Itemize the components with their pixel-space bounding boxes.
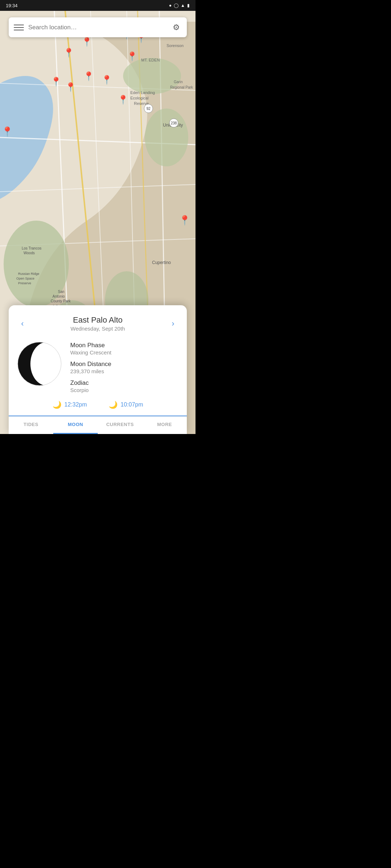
map-pin-7[interactable]: 📍: [118, 95, 129, 105]
svg-text:Preserve: Preserve: [18, 281, 31, 285]
tab-currents[interactable]: CURRENTS: [98, 417, 142, 434]
map-pin-right[interactable]: 📍: [179, 215, 190, 226]
moonrise-icon: 🌙: [52, 400, 62, 409]
svg-text:County Park: County Park: [51, 299, 71, 303]
svg-text:Ecological: Ecological: [130, 96, 148, 100]
moonset-time: 🌙 10:07pm: [109, 400, 143, 409]
moon-visual: [16, 340, 63, 387]
sheet-header: ‹ East Palo Alto Wednesday, Sept 20th ›: [9, 305, 187, 335]
dnd-icon: ◯: [174, 3, 178, 8]
bottom-sheet: ‹ East Palo Alto Wednesday, Sept 20th › …: [9, 305, 187, 434]
phase-label: Moon Phase: [70, 342, 180, 349]
moonrise-time: 🌙 12:32pm: [52, 400, 87, 409]
svg-text:Sorenson: Sorenson: [167, 43, 184, 48]
svg-text:Woods: Woods: [24, 251, 35, 255]
battery-icon: ▮: [187, 3, 190, 8]
map-pin-10[interactable]: 📍: [127, 51, 138, 61]
menu-icon[interactable]: [14, 22, 24, 33]
svg-text:Eden Landing: Eden Landing: [130, 90, 155, 95]
status-icons: ● ◯ ▲ ▮: [169, 3, 190, 8]
status-bar: 19:34 ● ◯ ▲ ▮: [0, 0, 196, 11]
moon-times: 🌙 12:32pm 🌙 10:07pm: [9, 397, 187, 416]
svg-text:Cupertino: Cupertino: [152, 260, 171, 265]
bottom-tabs: TIDES MOON CURRENTS MORE: [9, 416, 187, 434]
moonset-value: 10:07pm: [121, 401, 143, 408]
svg-point-10: [145, 109, 188, 166]
svg-text:Antonio: Antonio: [52, 294, 65, 298]
map-pin-4[interactable]: 📍: [65, 82, 76, 92]
map-pin-current[interactable]: 📍: [1, 126, 13, 137]
zodiac-label: Zodiac: [70, 379, 180, 387]
zodiac-value: Scorpio: [70, 387, 180, 393]
svg-text:Garin: Garin: [174, 80, 182, 84]
svg-text:Los Trancos: Los Trancos: [22, 246, 41, 250]
prev-arrow[interactable]: ‹: [16, 317, 29, 330]
location-name: East Palo Alto: [71, 315, 125, 325]
map-pin-3[interactable]: 📍: [51, 77, 62, 87]
map-pin-1[interactable]: 📍: [63, 48, 74, 58]
phase-value: Waxing Crescent: [70, 349, 180, 356]
settings-icon[interactable]: ⚙: [171, 22, 182, 33]
svg-text:92: 92: [146, 107, 151, 111]
status-time: 19:34: [6, 3, 18, 8]
moonrise-value: 12:32pm: [64, 401, 87, 408]
moonset-icon: 🌙: [109, 400, 118, 409]
svg-text:238: 238: [171, 121, 177, 125]
search-input[interactable]: [28, 24, 171, 31]
svg-text:San: San: [58, 290, 64, 294]
map-pin-6[interactable]: 📍: [101, 75, 112, 85]
search-bar: ⚙: [9, 17, 187, 37]
location-icon: ●: [169, 3, 172, 8]
distance-value: 239,370 miles: [70, 368, 180, 374]
svg-point-45: [30, 342, 63, 386]
tab-moon[interactable]: MOON: [53, 417, 98, 434]
svg-text:Regional Park: Regional Park: [170, 85, 193, 89]
svg-text:Russian Ridge: Russian Ridge: [18, 272, 39, 276]
map-pin-2[interactable]: 📍: [81, 37, 92, 47]
next-arrow[interactable]: ›: [167, 317, 180, 330]
wifi-icon: ▲: [181, 3, 185, 8]
moon-info: Moon Phase Waxing Crescent Moon Distance…: [70, 340, 180, 393]
distance-label: Moon Distance: [70, 361, 180, 368]
svg-text:Open Space: Open Space: [16, 277, 34, 280]
svg-text:MT. EDEN: MT. EDEN: [141, 58, 160, 62]
location-date: Wednesday, Sept 20th: [71, 326, 125, 332]
map-pin-5[interactable]: 📍: [83, 71, 94, 81]
tab-tides[interactable]: TIDES: [9, 417, 53, 434]
moon-content: Moon Phase Waxing Crescent Moon Distance…: [9, 335, 187, 397]
location-info: East Palo Alto Wednesday, Sept 20th: [71, 315, 125, 332]
tab-more[interactable]: MORE: [142, 417, 187, 434]
